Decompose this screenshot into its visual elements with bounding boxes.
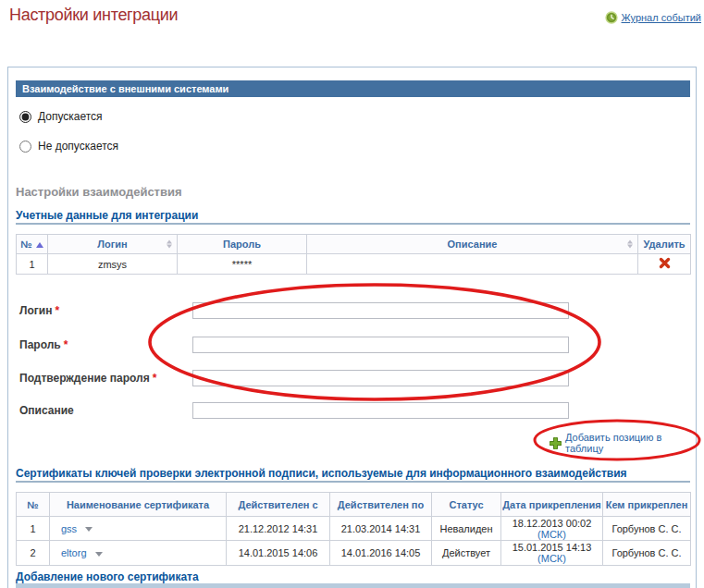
credentials-heading: Учетные данные для интеграции [16,209,198,222]
cell-num: 1 [17,254,48,275]
radio-allowed-label: Допускается [38,110,103,123]
col-header-valid-to: Действителен по [330,493,432,517]
required-asterisk: * [153,372,157,385]
certificates-rule [16,481,690,483]
cell-description [307,254,638,275]
password-form-row: Пароль* [19,337,685,353]
cell-attached-by: Горбунов С. С. [603,541,691,566]
msk-timezone-link[interactable]: (МСК) [537,529,566,540]
login-field[interactable] [192,302,569,319]
description-field-label: Описание [19,404,74,417]
certificates-table: № Наименование сертификата Действителен … [16,492,691,566]
credentials-header-row: № Логин Пароль Описание Удалить [17,235,691,254]
required-asterisk: * [64,338,68,351]
radio-option-not-allowed[interactable]: Не допускается [19,140,118,153]
col-header-delete: Удалить [638,235,691,254]
col-header-status: Статус [432,493,501,517]
col-header-password: Пароль [178,235,307,254]
add-row-link-label: Добавить позицию в таблицу [565,432,696,454]
cell-valid-to: 21.03.2014 14:31 [330,517,432,541]
credentials-table: № Логин Пароль Описание Удалить 1 [16,234,691,275]
radio-option-allowed[interactable]: Допускается [19,110,103,123]
col-header-valid-from: Действителен с [227,493,330,517]
external-systems-section-header: Взаимодействие с внешними системами [16,80,690,97]
password-confirm-form-row: Подтверждение пароля* [19,370,685,386]
bottom-rule [16,583,690,588]
cell-num: 2 [17,541,50,566]
cell-valid-to: 14.01.2016 14:05 [330,541,432,566]
col-header-attach-date: Дата прикрепления [501,493,603,517]
description-field[interactable] [192,402,569,419]
sort-asc-icon [36,242,43,248]
cell-attach-date: 15.01.2015 14:13 (МСК) [501,541,603,566]
col-header-num: № [17,493,50,517]
col-header-num[interactable]: № [17,235,48,254]
sort-both-icon [167,240,172,249]
certificate-row: 1 gss 21.12.2012 14:31 21.03.2014 14:31 … [17,517,691,541]
certificate-row: 2 eltorg 14.01.2015 14:06 14.01.2016 14:… [17,541,691,566]
col-header-login[interactable]: Логин [48,235,178,254]
add-row-link[interactable]: Добавить позицию в таблицу [550,432,696,454]
credentials-row: 1 zmsys ***** [17,254,691,275]
cell-num: 1 [17,517,50,541]
certificate-name-link[interactable]: gss [61,523,77,534]
certificate-name-link[interactable]: eltorg [61,547,87,558]
login-form-row: Логин* [19,302,685,319]
sort-both-icon [627,240,633,249]
msk-timezone-link[interactable]: (МСК) [537,553,566,564]
radio-not-allowed-label: Не допускается [38,140,118,153]
cell-valid-from: 21.12.2012 14:31 [227,517,330,541]
col-header-attached-by: Кем прикреплен [603,493,691,517]
password-field-label: Пароль* [19,338,68,351]
col-header-cert-name: Наименование сертификата [50,493,227,517]
login-field-label: Логин* [19,304,59,317]
password-confirm-field-label: Подтверждение пароля* [19,372,156,385]
settings-heading: Настройки взаимодействия [16,185,182,199]
cell-login: zmsys [48,254,178,275]
certificates-header-row: № Наименование сертификата Действителен … [17,493,691,517]
chevron-down-icon[interactable] [85,527,93,532]
required-asterisk: * [55,304,59,317]
event-log-clock-icon [605,11,618,24]
page-title: Настройки интеграции [9,6,178,25]
cell-password: ***** [178,254,307,275]
delete-icon[interactable] [659,257,671,269]
password-field[interactable] [192,337,569,353]
journal-link[interactable]: Журнал событий [605,11,701,24]
cell-status: Невалиден [432,517,501,541]
journal-link-label: Журнал событий [622,12,701,23]
integration-panel: Взаимодействие с внешними системами Допу… [7,67,697,588]
radio-allowed-input[interactable] [19,111,31,123]
radio-not-allowed-input[interactable] [19,141,31,153]
cell-attached-by: Горбунов С. С. [603,517,691,541]
chevron-down-icon[interactable] [95,552,103,557]
add-certificate-heading: Добавление нового сертификата [16,570,199,583]
certificates-heading: Сертификаты ключей проверки электронной … [16,467,682,480]
col-header-description[interactable]: Описание [307,235,638,254]
cell-attach-date: 18.12.2013 00:02 (МСК) [501,517,603,541]
cell-status: Действует [432,541,501,566]
credentials-rule [16,223,690,225]
cell-valid-from: 14.01.2015 14:06 [227,541,330,566]
add-plus-icon [550,437,562,449]
page: Настройки интеграции Журнал событий Взаи… [0,0,704,588]
description-form-row: Описание [19,402,685,419]
password-confirm-field[interactable] [192,370,569,386]
